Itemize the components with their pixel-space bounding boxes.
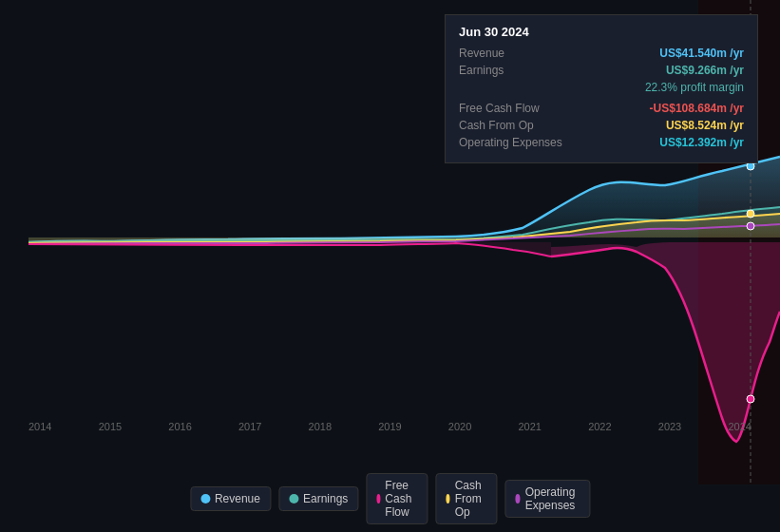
legend-label-cashfromop: Cash From Op: [455, 479, 487, 519]
tooltip-row-cashfromop: Cash From Op US$8.524m /yr: [459, 119, 744, 132]
tooltip-fcf-suffix: /yr: [730, 102, 744, 115]
x-axis: 2014 2015 2016 2017 2018 2019 2020 2021 …: [0, 421, 780, 432]
x-label-2019: 2019: [378, 421, 401, 432]
legend-dot-fcf: [376, 494, 380, 504]
tooltip-row-revenue: Revenue US$41.540m /yr: [459, 47, 744, 60]
legend-dot-revenue: [200, 494, 210, 504]
x-label-2017: 2017: [238, 421, 261, 432]
x-label-2018: 2018: [309, 421, 332, 432]
tooltip-revenue-suffix: /yr: [730, 47, 744, 60]
svg-point-5: [747, 222, 754, 230]
x-label-2021: 2021: [518, 421, 541, 432]
tooltip-date: Jun 30 2024: [459, 25, 744, 39]
x-label-2024: 2024: [728, 421, 751, 432]
x-label-2020: 2020: [448, 421, 471, 432]
tooltip-revenue-value: US$41.540m: [659, 47, 727, 60]
tooltip-earnings-value: US$9.266m: [666, 64, 727, 77]
tooltip-earnings-suffix: /yr: [730, 64, 744, 77]
legend-label-revenue: Revenue: [215, 492, 260, 505]
tooltip-revenue-label: Revenue: [459, 47, 504, 60]
tooltip-fcf-label: Free Cash Flow: [459, 102, 540, 115]
tooltip-opex-value: US$12.392m: [659, 136, 727, 149]
tooltip-cashfromop-value: US$8.524m: [666, 119, 727, 132]
svg-point-4: [747, 210, 754, 218]
legend-item-earnings[interactable]: Earnings: [278, 486, 358, 511]
x-label-2016: 2016: [168, 421, 191, 432]
chart-container: US$60m US$0 -US$140m: [0, 0, 780, 484]
svg-point-3: [747, 162, 754, 170]
tooltip: Jun 30 2024 Revenue US$41.540m /yr Earni…: [445, 14, 758, 163]
legend-dot-earnings: [289, 494, 298, 504]
svg-point-6: [747, 395, 754, 403]
tooltip-cashfromop-suffix: /yr: [730, 119, 744, 132]
legend: Revenue Earnings Free Cash Flow Cash Fro…: [190, 473, 590, 524]
legend-label-earnings: Earnings: [303, 492, 348, 505]
tooltip-fcf-value: -US$108.684m: [650, 102, 727, 115]
tooltip-earnings-label: Earnings: [459, 64, 504, 77]
legend-dot-opex: [515, 494, 520, 504]
tooltip-row-fcf: Free Cash Flow -US$108.684m /yr: [459, 102, 744, 115]
x-label-2023: 2023: [658, 421, 681, 432]
tooltip-cashfromop-label: Cash From Op: [459, 119, 534, 132]
legend-dot-cashfromop: [446, 494, 449, 504]
legend-item-fcf[interactable]: Free Cash Flow: [366, 473, 428, 524]
tooltip-row-margin: 22.3% profit margin: [459, 81, 744, 94]
tooltip-row-opex: Operating Expenses US$12.392m /yr: [459, 136, 744, 149]
tooltip-profit-margin: 22.3% profit margin: [645, 81, 744, 94]
legend-item-cashfromop[interactable]: Cash From Op: [435, 473, 497, 524]
x-label-2022: 2022: [588, 421, 611, 432]
tooltip-row-earnings: Earnings US$9.266m /yr: [459, 64, 744, 77]
legend-label-fcf: Free Cash Flow: [385, 479, 417, 519]
legend-item-opex[interactable]: Operating Expenses: [504, 480, 590, 518]
tooltip-opex-suffix: /yr: [730, 136, 744, 149]
tooltip-opex-label: Operating Expenses: [459, 136, 562, 149]
legend-item-revenue[interactable]: Revenue: [190, 486, 271, 511]
legend-label-opex: Operating Expenses: [525, 485, 580, 512]
x-label-2015: 2015: [99, 421, 122, 432]
x-label-2014: 2014: [29, 421, 51, 432]
